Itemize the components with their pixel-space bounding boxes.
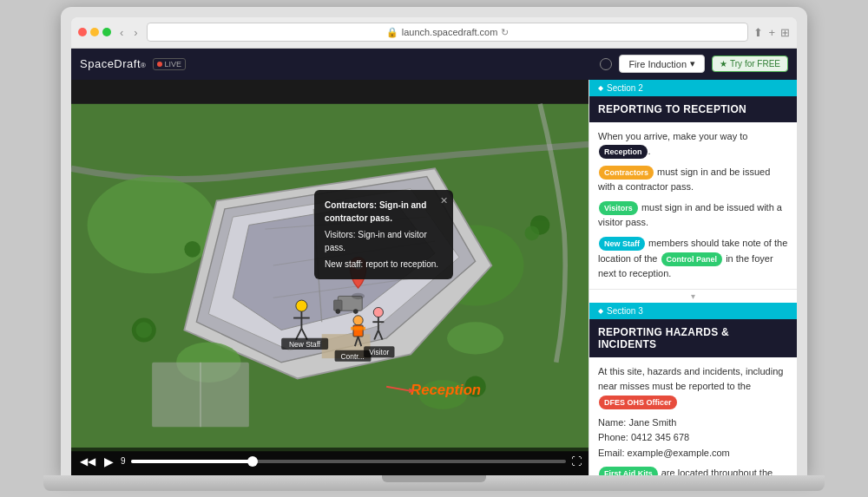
scroll-arrow: ▾ <box>589 290 797 303</box>
diamond-icon-2: ◆ <box>598 307 603 315</box>
section-2-para1: When you arrive, make your way to Recept… <box>598 129 788 160</box>
progress-dot <box>247 456 258 467</box>
live-dot <box>157 62 162 67</box>
induction-dropdown[interactable]: Fire Induction ▾ <box>619 55 705 73</box>
nav-forward[interactable]: › <box>130 24 141 41</box>
browser-url-bar[interactable]: 🔒 launch.spacedraft.com ↻ <box>147 23 749 42</box>
contact-phone: Phone: 0412 345 678 <box>598 430 788 446</box>
dfes-tag[interactable]: DFES OHS Officer <box>599 396 677 409</box>
browser-dot-green <box>102 28 111 36</box>
right-panel-inner: ◆ Section 2 REPORTING TO RECEPTION When … <box>589 80 797 475</box>
svg-rect-30 <box>351 326 365 330</box>
control-panel-tag[interactable]: Control Panel <box>661 252 723 266</box>
section-2-title: REPORTING TO RECEPTION <box>589 96 797 122</box>
firstaid-tag[interactable]: First Aid Kits <box>599 467 658 474</box>
main-area: New Staff Contr... Visitor Reception <box>71 80 797 475</box>
svg-point-41 <box>353 309 358 314</box>
section-3-label: Section 3 <box>607 306 643 316</box>
section-3-title: REPORTING HAZARDS & INCIDENTS <box>589 319 797 357</box>
app-content: SpaceDraft® LIVE Fire Induction ▾ ★ Try … <box>71 49 797 475</box>
section-2-body: When you arrive, make your way to Recept… <box>589 122 797 289</box>
browser-dot-red <box>78 28 87 36</box>
star-icon: ★ <box>720 59 727 69</box>
newstaff-tag[interactable]: New Staff <box>599 237 645 251</box>
diamond-icon: ◆ <box>598 84 603 92</box>
scene-tooltip: ✕ Contractors: Sign-in and contractor pa… <box>314 190 453 279</box>
right-panel: ◆ Section 2 REPORTING TO RECEPTION When … <box>589 80 797 475</box>
app-logo: SpaceDraft® <box>80 57 146 70</box>
menu-icon[interactable]: ⊞ <box>780 26 790 39</box>
chevron-down-icon: ▾ <box>690 58 695 69</box>
laptop-shell: ‹ › 🔒 launch.spacedraft.com ↻ ⬆ + ⊞ <box>61 7 807 475</box>
section-3-para1: At this site, hazards and incidents, inc… <box>598 364 788 410</box>
globe-icon <box>600 58 612 70</box>
svg-text:Contr...: Contr... <box>341 352 365 361</box>
svg-point-20 <box>524 226 539 240</box>
live-badge: LIVE <box>153 58 186 70</box>
section-2-para4: New Staff members should take note of th… <box>598 236 788 282</box>
progress-fill <box>131 460 253 463</box>
svg-point-12 <box>447 322 503 354</box>
svg-text:New Staff: New Staff <box>289 340 321 349</box>
share-icon[interactable]: ⬆ <box>753 26 763 39</box>
visitors-tag[interactable]: Visitors <box>599 201 638 215</box>
app-header: SpaceDraft® LIVE Fire Induction ▾ ★ Try … <box>71 49 797 80</box>
contractors-tag[interactable]: Contractors <box>599 166 654 180</box>
play-button[interactable]: ▶ <box>102 453 115 470</box>
svg-text:Visitor: Visitor <box>369 348 389 356</box>
section-3-para2: First Aid Kits are located throughout th… <box>598 466 788 474</box>
try-free-label: Try for FREE <box>730 59 780 69</box>
section-2-para2: Contractors must sign in and be issued w… <box>598 165 788 195</box>
back-button[interactable]: ◀◀ <box>78 454 97 469</box>
logo-reg: ® <box>141 62 146 69</box>
add-tab-icon[interactable]: + <box>768 26 775 39</box>
nav-back[interactable]: ‹ <box>116 24 127 41</box>
section-2-para3: Visitors must sign in and be issued with… <box>598 200 788 231</box>
laptop-base-notch <box>382 475 486 482</box>
tooltip-line-3: New staff: report to reception. <box>325 258 443 271</box>
browser-chrome: ‹ › 🔒 launch.spacedraft.com ↻ ⬆ + ⊞ <box>71 17 797 475</box>
progress-bar[interactable] <box>131 460 566 463</box>
contact-name: Name: Jane Smith <box>598 415 788 431</box>
browser-dots <box>78 28 111 36</box>
tooltip-line-2: Visitors: Sign-in and visitor pass. <box>325 228 443 254</box>
laptop-base <box>43 475 825 491</box>
live-text: LIVE <box>164 60 181 69</box>
tooltip-line-1: Contractors: Sign-in and contractor pass… <box>325 199 443 225</box>
reception-tag[interactable]: Reception <box>599 145 648 159</box>
browser-nav[interactable]: ‹ › <box>116 24 141 41</box>
section-3-body: At this site, hazards and incidents, inc… <box>589 357 797 475</box>
svg-point-42 <box>352 292 365 298</box>
svg-point-18 <box>136 322 153 338</box>
lock-icon: 🔒 <box>386 27 398 38</box>
browser-dot-yellow <box>90 28 99 36</box>
tooltip-close-button[interactable]: ✕ <box>440 193 448 208</box>
section-2-label: Section 2 <box>607 83 643 93</box>
svg-point-23 <box>296 300 307 311</box>
svg-point-40 <box>336 309 341 314</box>
browser-actions: ⬆ + ⊞ <box>753 26 790 39</box>
fullscreen-button[interactable]: ⛶ <box>571 455 582 468</box>
try-free-button[interactable]: ★ Try for FREE <box>712 56 788 72</box>
section-3-block: ◆ Section 3 REPORTING HAZARDS & INCIDENT… <box>589 303 797 475</box>
logo-text: SpaceDraft <box>80 57 141 70</box>
dropdown-label: Fire Induction <box>628 59 687 69</box>
svg-text:Reception: Reception <box>411 382 481 398</box>
svg-point-28 <box>353 315 363 324</box>
scene-panel[interactable]: New Staff Contr... Visitor Reception <box>71 80 589 475</box>
svg-point-1 <box>88 176 217 273</box>
section-2-block: ◆ Section 2 REPORTING TO RECEPTION When … <box>589 80 797 290</box>
refresh-icon[interactable]: ↻ <box>501 27 509 38</box>
svg-point-21 <box>184 241 201 258</box>
browser-topbar: ‹ › 🔒 launch.spacedraft.com ↻ ⬆ + ⊞ <box>71 17 797 49</box>
contact-email: Email: example@example.com <box>598 446 788 461</box>
laptop-wrapper: ‹ › 🔒 launch.spacedraft.com ↻ ⬆ + ⊞ <box>43 7 825 491</box>
section-3-header: ◆ Section 3 <box>589 303 797 319</box>
section-2-header: ◆ Section 2 <box>589 80 797 96</box>
time-display: 9 <box>121 456 126 466</box>
video-controls: ◀◀ ▶ 9 ⛶ <box>71 448 589 475</box>
url-text: launch.spacedraft.com <box>402 27 498 37</box>
svg-point-33 <box>373 307 383 317</box>
